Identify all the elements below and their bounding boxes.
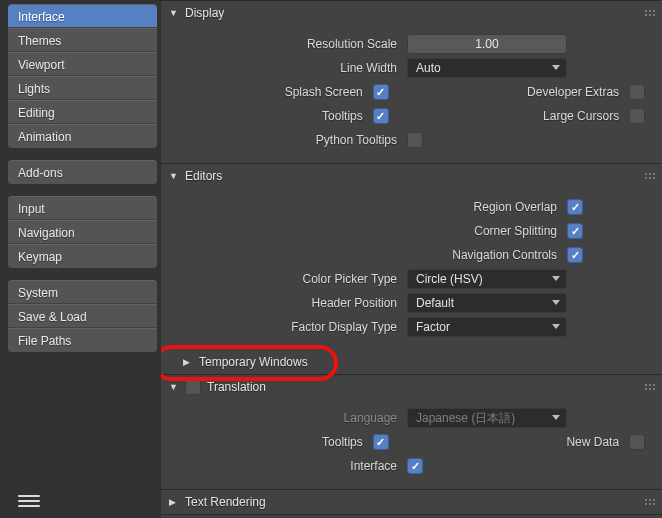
hamburger-icon[interactable] <box>18 490 40 512</box>
grip-icon[interactable] <box>644 383 656 391</box>
panel-title: Editors <box>185 169 222 183</box>
sidebar-item-system[interactable]: System <box>8 280 157 304</box>
header-position-select[interactable]: Default <box>407 293 567 313</box>
disclosure-right-icon: ▶ <box>169 497 179 507</box>
label-corner-splitting: Corner Splitting <box>177 224 557 238</box>
panel-header-translation[interactable]: ▼ Translation <box>161 375 662 399</box>
navigation-controls-checkbox[interactable] <box>567 247 583 263</box>
preferences-sidebar: Interface Themes Viewport Lights Editing… <box>0 0 161 518</box>
color-picker-type-select[interactable]: Circle (HSV) <box>407 269 567 289</box>
line-width-select[interactable]: Auto <box>407 58 567 78</box>
panel-display: ▼ Display Resolution Scale 1.00 Line Wid… <box>161 0 662 163</box>
disclosure-right-icon: ▶ <box>183 357 193 367</box>
sidebar-item-editing[interactable]: Editing <box>8 100 157 124</box>
sidebar-item-file-paths[interactable]: File Paths <box>8 328 157 352</box>
grip-icon[interactable] <box>644 9 656 17</box>
panel-header-temporary-windows[interactable]: ▶ Temporary Windows <box>161 350 662 374</box>
disclosure-down-icon: ▼ <box>169 171 179 181</box>
sidebar-item-save-load[interactable]: Save & Load <box>8 304 157 328</box>
grip-icon[interactable] <box>644 498 656 506</box>
label-tooltips: Tooltips <box>177 109 363 123</box>
label-splash-screen: Splash Screen <box>177 85 363 99</box>
label-language: Language <box>177 411 397 425</box>
label-large-cursors: Large Cursors <box>518 109 619 123</box>
tooltips-checkbox[interactable] <box>373 108 389 124</box>
preferences-main: ▼ Display Resolution Scale 1.00 Line Wid… <box>161 0 662 518</box>
label-developer-extras: Developer Extras <box>518 85 619 99</box>
panel-title: Display <box>185 6 224 20</box>
panel-title: Text Rendering <box>185 495 266 509</box>
panel-editors: ▼ Editors Region Overlap Corner Splittin… <box>161 163 662 374</box>
label-region-overlap: Region Overlap <box>177 200 557 214</box>
sidebar-item-animation[interactable]: Animation <box>8 124 157 148</box>
label-header-position: Header Position <box>177 296 397 310</box>
sidebar-item-interface[interactable]: Interface <box>8 4 157 28</box>
corner-splitting-checkbox[interactable] <box>567 223 583 239</box>
sidebar-item-viewport[interactable]: Viewport <box>8 52 157 76</box>
new-data-checkbox[interactable] <box>629 434 645 450</box>
language-select[interactable]: Japanese (日本語) <box>407 408 567 428</box>
label-trans-tooltips: Tooltips <box>177 435 363 449</box>
translation-enable-checkbox[interactable] <box>185 379 201 395</box>
region-overlap-checkbox[interactable] <box>567 199 583 215</box>
developer-extras-checkbox[interactable] <box>629 84 645 100</box>
sidebar-item-input[interactable]: Input <box>8 196 157 220</box>
panel-translation: ▼ Translation Language Japanese (日本語) To… <box>161 374 662 489</box>
python-tooltips-checkbox[interactable] <box>407 132 423 148</box>
sidebar-item-themes[interactable]: Themes <box>8 28 157 52</box>
resolution-scale-field[interactable]: 1.00 <box>407 34 567 54</box>
panel-header-text-rendering[interactable]: ▶ Text Rendering <box>161 490 662 514</box>
splash-screen-checkbox[interactable] <box>373 84 389 100</box>
panel-title: Translation <box>207 380 266 394</box>
panel-header-display[interactable]: ▼ Display <box>161 1 662 25</box>
sidebar-item-navigation[interactable]: Navigation <box>8 220 157 244</box>
sidebar-item-keymap[interactable]: Keymap <box>8 244 157 268</box>
sidebar-item-addons[interactable]: Add-ons <box>8 160 157 184</box>
label-line-width: Line Width <box>177 61 397 75</box>
label-python-tooltips: Python Tooltips <box>177 133 397 147</box>
label-navigation-controls: Navigation Controls <box>177 248 557 262</box>
panel-title: Temporary Windows <box>199 355 308 369</box>
label-trans-interface: Interface <box>177 459 397 473</box>
sidebar-item-lights[interactable]: Lights <box>8 76 157 100</box>
factor-display-type-select[interactable]: Factor <box>407 317 567 337</box>
label-factor-display-type: Factor Display Type <box>177 320 397 334</box>
label-color-picker-type: Color Picker Type <box>177 272 397 286</box>
label-new-data: New Data <box>518 435 619 449</box>
label-resolution-scale: Resolution Scale <box>177 37 397 51</box>
large-cursors-checkbox[interactable] <box>629 108 645 124</box>
grip-icon[interactable] <box>644 172 656 180</box>
panel-text-rendering: ▶ Text Rendering <box>161 489 662 514</box>
disclosure-down-icon: ▼ <box>169 382 179 392</box>
disclosure-down-icon: ▼ <box>169 8 179 18</box>
trans-interface-checkbox[interactable] <box>407 458 423 474</box>
trans-tooltips-checkbox[interactable] <box>373 434 389 450</box>
panel-header-editors[interactable]: ▼ Editors <box>161 164 662 188</box>
panel-menus: ▶ Menus <box>161 514 662 518</box>
